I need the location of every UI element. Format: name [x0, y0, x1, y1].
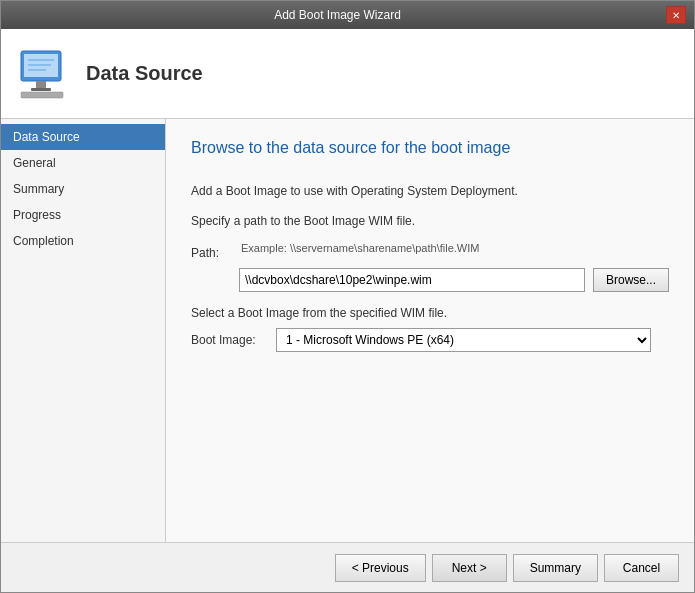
- sidebar-item-general[interactable]: General: [1, 150, 165, 176]
- main-content: Browse to the data source for the boot i…: [166, 119, 694, 542]
- previous-button[interactable]: < Previous: [335, 554, 426, 582]
- path-label: Path:: [191, 242, 231, 260]
- sidebar-item-summary[interactable]: Summary: [1, 176, 165, 202]
- sidebar-item-progress[interactable]: Progress: [1, 202, 165, 228]
- main-title: Browse to the data source for the boot i…: [191, 139, 669, 162]
- header-area: Data Source: [1, 29, 694, 119]
- boot-image-row: Boot Image: 1 - Microsoft Windows PE (x6…: [191, 328, 669, 352]
- cancel-button[interactable]: Cancel: [604, 554, 679, 582]
- path-row: Browse...: [191, 268, 669, 292]
- close-button[interactable]: ✕: [666, 6, 686, 24]
- title-bar-controls: ✕: [666, 6, 686, 24]
- sidebar-item-data-source[interactable]: Data Source: [1, 124, 165, 150]
- summary-button[interactable]: Summary: [513, 554, 598, 582]
- title-bar: Add Boot Image Wizard ✕: [1, 1, 694, 29]
- desc-2: Specify a path to the Boot Image WIM fil…: [191, 212, 669, 230]
- wizard-window: Add Boot Image Wizard ✕ Data Source: [0, 0, 695, 593]
- svg-rect-4: [21, 92, 63, 98]
- desc-1: Add a Boot Image to use with Operating S…: [191, 182, 669, 200]
- path-input[interactable]: [239, 268, 585, 292]
- boot-image-select[interactable]: 1 - Microsoft Windows PE (x64): [276, 328, 651, 352]
- next-button[interactable]: Next >: [432, 554, 507, 582]
- svg-rect-2: [36, 81, 46, 88]
- boot-image-label: Boot Image:: [191, 333, 266, 347]
- path-example: Example: \\servername\sharename\path\fil…: [241, 242, 479, 254]
- boot-section-label: Select a Boot Image from the specified W…: [191, 306, 669, 320]
- path-label-row: Path: Example: \\servername\sharename\pa…: [191, 242, 669, 260]
- svg-rect-3: [31, 88, 51, 91]
- sidebar-item-completion[interactable]: Completion: [1, 228, 165, 254]
- header-title: Data Source: [86, 62, 203, 85]
- computer-icon: [16, 46, 71, 101]
- browse-button[interactable]: Browse...: [593, 268, 669, 292]
- sidebar: Data Source General Summary Progress Com…: [1, 119, 166, 542]
- window-title: Add Boot Image Wizard: [9, 8, 666, 22]
- footer: < Previous Next > Summary Cancel: [1, 542, 694, 592]
- content-area: Data Source General Summary Progress Com…: [1, 119, 694, 542]
